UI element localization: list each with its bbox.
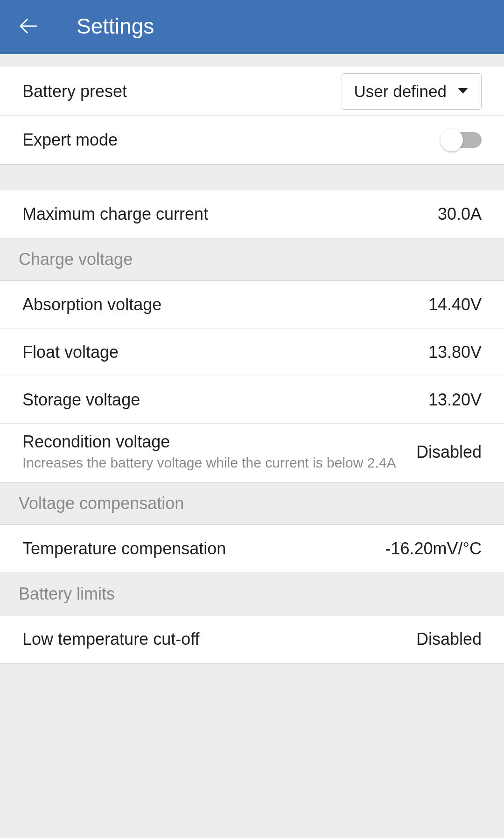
temperature-compensation-value: -16.20mV/°C [385,539,482,559]
temperature-compensation-row[interactable]: Temperature compensation -16.20mV/°C [0,525,504,573]
battery-limits-header: Battery limits [0,573,504,615]
charge-voltage-title: Charge voltage [19,250,485,269]
float-voltage-value: 13.80V [428,342,482,362]
voltage-compensation-title: Voltage compensation [19,494,485,513]
storage-voltage-label: Storage voltage [22,390,140,410]
battery-limits-title: Battery limits [19,584,485,604]
section-gap [0,164,504,190]
settings-content: Battery preset User defined Expert mode … [0,54,504,679]
max-charge-current-value: 30.0A [438,204,482,224]
absorption-voltage-value: 14.40V [428,295,482,314]
recondition-voltage-value: Disabled [416,442,482,462]
voltage-compensation-section: Temperature compensation -16.20mV/°C [0,525,504,573]
storage-voltage-row[interactable]: Storage voltage 13.20V [0,376,504,424]
back-arrow-icon[interactable] [18,15,40,37]
top-spacer [0,54,504,67]
charge-voltage-section: Absorption voltage 14.40V Float voltage … [0,281,504,482]
page-title: Settings [77,14,154,39]
battery-preset-value: User defined [354,82,447,101]
battery-preset-label: Battery preset [22,82,127,101]
max-charge-current-row[interactable]: Maximum charge current 30.0A [0,190,504,238]
low-temp-cutoff-label: Low temperature cut-off [22,629,200,649]
float-voltage-row[interactable]: Float voltage 13.80V [0,328,504,376]
charge-voltage-header: Charge voltage [0,238,504,281]
expert-mode-toggle[interactable] [442,132,482,148]
battery-preset-row[interactable]: Battery preset User defined [0,67,504,116]
temperature-compensation-label: Temperature compensation [22,539,226,559]
max-current-section: Maximum charge current 30.0A [0,190,504,238]
absorption-voltage-row[interactable]: Absorption voltage 14.40V [0,281,504,328]
app-bar: Settings [0,0,504,54]
chevron-down-icon [457,84,469,98]
preset-section: Battery preset User defined Expert mode [0,67,504,164]
battery-preset-dropdown[interactable]: User defined [342,73,482,110]
low-temp-cutoff-value: Disabled [416,629,482,649]
storage-voltage-value: 13.20V [428,390,482,410]
float-voltage-label: Float voltage [22,342,119,362]
voltage-compensation-header: Voltage compensation [0,482,504,525]
recondition-voltage-label: Recondition voltage [22,432,402,452]
expert-mode-row[interactable]: Expert mode [0,116,504,164]
battery-limits-section: Low temperature cut-off Disabled [0,615,504,663]
low-temp-cutoff-row[interactable]: Low temperature cut-off Disabled [0,615,504,663]
absorption-voltage-label: Absorption voltage [22,295,161,314]
toggle-thumb [441,129,463,151]
expert-mode-label: Expert mode [22,130,118,150]
bottom-spacer [0,663,504,679]
recondition-voltage-row[interactable]: Recondition voltage Increases the batter… [0,424,504,482]
max-charge-current-label: Maximum charge current [22,204,208,224]
recondition-voltage-sublabel: Increases the battery voltage while the … [22,454,402,473]
